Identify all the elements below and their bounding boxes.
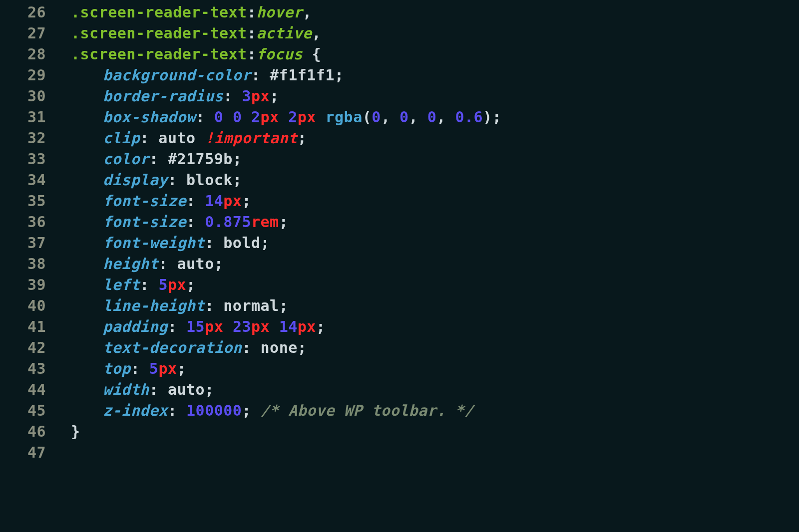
code-line[interactable]: 42text-decoration: none; [0,337,799,358]
code-content[interactable]: z-index: 100000; /* Above WP toolbar. */ [60,400,799,421]
code-content[interactable]: font-weight: bold; [60,233,799,254]
token-unit: px [158,360,177,377]
code-line[interactable]: 46} [0,421,799,442]
line-number: 34 [0,170,60,191]
line-number: 41 [0,316,60,337]
code-content[interactable]: box-shadow: 0 0 2px 2px rgba(0, 0, 0, 0.… [60,107,799,128]
code-content[interactable]: line-height: normal; [60,295,799,316]
token-unit: px [251,87,270,105]
code-line[interactable]: 44width: auto; [0,379,799,400]
code-content[interactable]: top: 5px; [60,358,799,379]
token-semi: ; [270,87,279,105]
token-colon: : [168,402,177,419]
token-semi: ; [298,339,307,356]
code-line[interactable]: 41padding: 15px 23px 14px; [0,316,799,337]
code-content[interactable]: clip: auto !important; [60,128,799,149]
code-editor[interactable]: 26.screen-reader-text:hover,27.screen-re… [0,0,799,463]
token-num: 3 [242,87,251,105]
code-content[interactable]: width: auto; [60,379,799,400]
line-number: 45 [0,400,60,421]
code-line[interactable]: 26.screen-reader-text:hover, [0,2,799,23]
token-colon: : [158,255,168,272]
code-line[interactable]: 32clip: auto !important; [0,128,799,149]
code-line[interactable]: 30border-radius: 3px; [0,86,799,107]
code-content[interactable]: padding: 15px 23px 14px; [60,316,799,337]
line-number: 42 [0,337,60,358]
token-valw: normal [214,297,279,314]
code-line[interactable]: 38height: auto; [0,254,799,274]
token-unit: px [298,108,316,126]
code-content[interactable]: font-size: 0.875rem; [60,212,799,233]
token-hex: #21759b [158,150,233,168]
code-content[interactable]: background-color: #f1f1f1; [60,65,799,86]
token-colon: : [186,213,196,231]
code-content[interactable]: font-size: 14px; [60,191,799,212]
code-line[interactable]: 28.screen-reader-text:focus { [0,44,799,65]
token-num: 0.875 [205,213,251,231]
token-kw: !important [205,129,298,147]
token-colon [242,108,251,126]
code-line[interactable]: 45z-index: 100000; /* Above WP toolbar. … [0,400,799,421]
token-colon: , [436,108,455,126]
token-colon [223,108,233,126]
code-line[interactable]: 47 [0,442,799,463]
code-line[interactable]: 35font-size: 14px; [0,191,799,212]
token-prop: box-shadow [103,108,196,126]
token-prop: height [103,255,158,272]
code-content[interactable]: .screen-reader-text:active, [60,23,799,44]
code-line[interactable]: 29background-color: #f1f1f1; [0,65,799,86]
token-colon [223,318,233,335]
token-num: 0.6 [455,108,483,126]
token-prop: font-size [103,192,186,210]
token-colon: , [312,24,322,42]
code-line[interactable]: 43top: 5px; [0,358,799,379]
code-content[interactable]: color: #21759b; [60,149,799,170]
token-prop: font-size [103,213,186,231]
code-content[interactable]: border-radius: 3px; [60,86,799,107]
token-colon: : [131,360,140,377]
line-number: 33 [0,149,60,170]
line-number: 27 [0,23,60,44]
token-semi: ; [242,192,251,210]
code-content[interactable]: .screen-reader-text:hover, [60,2,799,23]
code-content[interactable]: .screen-reader-text:focus { [60,44,799,65]
line-number: 31 [0,107,60,128]
token-colon [149,276,159,293]
token-unit: px [261,108,279,126]
code-line[interactable]: 33color: #21759b; [0,149,799,170]
token-colon: : [247,3,257,21]
token-sel: .screen-reader-text [71,24,247,42]
code-line[interactable]: 37font-weight: bold; [0,233,799,254]
code-content[interactable]: } [60,421,799,442]
token-colon: : [168,171,177,189]
line-number: 43 [0,358,60,379]
code-content[interactable]: display: block; [60,170,799,191]
code-line[interactable]: 36font-size: 0.875rem; [0,212,799,233]
token-colon: : [149,381,159,398]
code-content[interactable]: height: auto; [60,254,799,274]
token-semi: ; [186,276,196,293]
token-unit: px [223,192,242,210]
line-number: 29 [0,65,60,86]
code-line[interactable]: 40line-height: normal; [0,295,799,316]
token-colon [140,360,149,377]
token-unit: px [205,318,223,335]
token-num: 23 [233,318,251,335]
line-number: 38 [0,254,60,274]
token-prop: font-weight [103,234,205,252]
token-colon [316,108,326,126]
code-line[interactable]: 27.screen-reader-text:active, [0,23,799,44]
code-content[interactable]: left: 5px; [60,274,799,295]
token-colon: : [205,234,214,252]
code-line[interactable]: 34display: block; [0,170,799,191]
token-colon [177,318,187,335]
code-content[interactable]: text-decoration: none; [60,337,799,358]
token-prop: background-color [103,66,251,84]
code-line[interactable]: 39left: 5px; [0,274,799,295]
line-number: 39 [0,274,60,295]
token-colon: ( [363,108,372,126]
code-line[interactable]: 31box-shadow: 0 0 2px 2px rgba(0, 0, 0, … [0,107,799,128]
token-unit: rem [251,213,279,231]
line-number: 35 [0,191,60,212]
token-prop: clip [103,129,140,147]
